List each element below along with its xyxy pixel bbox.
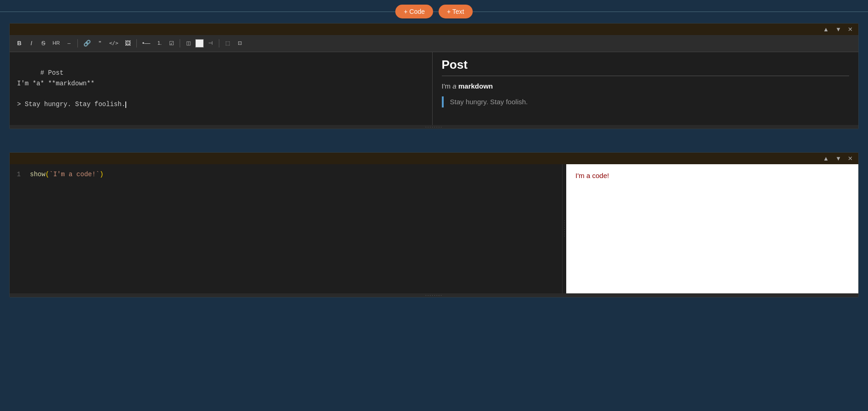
text-editor-split: # Post I'm *a* **markdown** > Stay hungr… bbox=[10, 52, 858, 125]
line-numbers: 1 bbox=[10, 169, 26, 289]
color-swatch[interactable] bbox=[195, 39, 204, 48]
bold-button[interactable]: B bbox=[14, 38, 24, 48]
code-vertical-resize[interactable]: ········ bbox=[563, 164, 566, 293]
text-raw-editor[interactable]: # Post I'm *a* **markdown** > Stay hungr… bbox=[10, 52, 433, 125]
code-panel-resize-handle[interactable]: ········ bbox=[10, 293, 858, 297]
toolbar-sep-1 bbox=[77, 39, 78, 48]
link-button[interactable]: 🔗 bbox=[81, 38, 93, 48]
resize-dots-2: ········ bbox=[425, 293, 443, 298]
blockquote-button[interactable]: " bbox=[95, 38, 105, 49]
text-panel-down-button[interactable]: ▼ bbox=[833, 25, 843, 33]
preview-bold: markdown bbox=[458, 82, 493, 90]
toolbar-sep-2 bbox=[136, 39, 137, 48]
toolbar-sep-3 bbox=[180, 39, 180, 48]
hr-button[interactable]: HR bbox=[50, 39, 62, 48]
text-panel-up-button[interactable]: ▲ bbox=[821, 25, 831, 33]
text-panel: ▲ ▼ ✕ B I S HR — 🔗 " </> 🖼 •— 1. ☑ ◫ ⊣ ⬚… bbox=[9, 23, 859, 129]
code-panel-down-button[interactable]: ▼ bbox=[833, 155, 843, 162]
strikethrough-button[interactable]: S bbox=[38, 38, 48, 48]
text-panel-header: ▲ ▼ ✕ bbox=[10, 24, 858, 35]
code-editor-split: 1 show(`I'm a code!`) ········ I'm a cod… bbox=[10, 164, 858, 293]
toolbar-sep-4 bbox=[219, 39, 219, 48]
image-button[interactable]: 🖼 bbox=[123, 38, 133, 48]
code-content: show(`I'm a code!`) bbox=[26, 169, 562, 289]
resize-dots: ········ bbox=[425, 125, 443, 130]
code-close-paren: ) bbox=[100, 171, 103, 178]
code-function-name: show bbox=[30, 171, 46, 178]
preview-italic: a bbox=[452, 82, 456, 90]
ordered-list-button[interactable]: 1. bbox=[154, 39, 164, 48]
code-open-paren: ( bbox=[46, 171, 49, 178]
text-panel-resize-handle[interactable]: ········ bbox=[10, 125, 858, 129]
unordered-list-button[interactable]: •— bbox=[140, 38, 153, 48]
preview-blockquote: Stay hungry. Stay foolish. bbox=[442, 96, 850, 107]
code-editor-area[interactable]: 1 show(`I'm a code!`) bbox=[10, 164, 563, 293]
code-inline-button[interactable]: — bbox=[64, 39, 74, 48]
code-block-button[interactable]: </> bbox=[107, 39, 121, 48]
text-toolbar: B I S HR — 🔗 " </> 🖼 •— 1. ☑ ◫ ⊣ ⬚ ⊡ bbox=[10, 35, 858, 52]
line-number-1: 1 bbox=[15, 169, 21, 180]
panel-gap bbox=[0, 138, 868, 152]
settings-button[interactable]: ⊡ bbox=[235, 39, 245, 48]
code-panel: ▲ ▼ ✕ 1 show(`I'm a code!`) ········ I'm… bbox=[9, 152, 859, 298]
checklist-button[interactable]: ☑ bbox=[166, 39, 176, 48]
italic-button[interactable]: I bbox=[26, 38, 36, 48]
add-code-button[interactable]: + Code bbox=[395, 5, 433, 18]
code-panel-up-button[interactable]: ▲ bbox=[821, 155, 831, 162]
preview-title: Post bbox=[442, 58, 850, 76]
code-panel-close-button[interactable]: ✕ bbox=[846, 155, 855, 162]
add-text-button[interactable]: + Text bbox=[439, 5, 473, 18]
code-output: I'm a code! bbox=[566, 164, 858, 293]
text-panel-close-button[interactable]: ✕ bbox=[846, 25, 855, 33]
top-bar: + Code + Text bbox=[0, 0, 868, 23]
preview-body: I'm a markdown Stay hungry. Stay foolish… bbox=[442, 81, 850, 107]
code-panel-header: ▲ ▼ ✕ bbox=[10, 153, 858, 164]
indent-button[interactable]: ⊣ bbox=[205, 39, 216, 48]
align-button[interactable]: ◫ bbox=[183, 39, 194, 48]
text-raw-content: # Post I'm *a* **markdown** > Stay hungr… bbox=[17, 69, 126, 107]
cursor bbox=[125, 101, 126, 108]
preview-text-1: I'm bbox=[442, 82, 453, 90]
more-button[interactable]: ⬚ bbox=[223, 39, 233, 48]
code-string: `I'm a code!` bbox=[49, 171, 100, 178]
text-preview: Post I'm a markdown Stay hungry. Stay fo… bbox=[433, 52, 859, 125]
